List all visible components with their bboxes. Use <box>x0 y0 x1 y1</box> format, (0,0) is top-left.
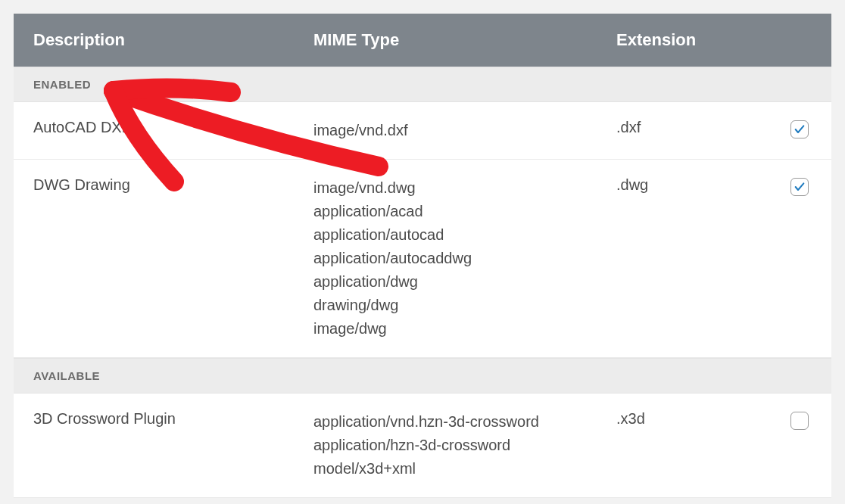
mime-value: image/vnd.dxf <box>313 119 577 142</box>
mime-value: application/autocad <box>313 223 577 247</box>
mime-value: image/vnd.dwg <box>313 176 577 200</box>
enable-checkbox[interactable] <box>790 412 809 430</box>
header-description: Description <box>14 14 294 67</box>
mime-value: application/vnd.hzn-3d-crossword <box>313 410 577 434</box>
mime-value: image/dwg <box>313 317 577 341</box>
mime-value: application/autocaddwg <box>313 247 577 270</box>
mime-value: application/acad <box>313 200 577 223</box>
checkmark-icon <box>794 181 806 193</box>
section-header-available: AVAILABLE <box>14 358 831 394</box>
row-extension: .dxf <box>597 102 756 159</box>
header-mime-type: MIME Type <box>294 14 597 67</box>
row-mime-list: image/vnd.dxf <box>294 102 597 159</box>
mime-value: drawing/dwg <box>313 294 577 317</box>
mime-value: application/dwg <box>313 270 577 294</box>
section-header-enabled: ENABLED <box>14 67 831 102</box>
mime-types-table: Description MIME Type Extension ENABLED … <box>14 14 831 498</box>
table-row: AutoCAD DXF image/vnd.dxf .dxf <box>14 102 831 160</box>
row-mime-list: image/vnd.dwg application/acad applicati… <box>294 160 597 357</box>
enable-checkbox[interactable] <box>790 120 809 138</box>
row-mime-list: application/vnd.hzn-3d-crossword applica… <box>294 394 597 497</box>
header-extension: Extension <box>597 14 756 67</box>
row-description: 3D Crossword Plugin <box>14 394 294 497</box>
mime-value: model/x3d+xml <box>313 457 577 481</box>
mime-value: application/hzn-3d-crossword <box>313 434 577 457</box>
row-description: DWG Drawing <box>14 160 294 357</box>
row-extension: .x3d <box>597 394 756 497</box>
header-checkbox-spacer <box>756 14 831 67</box>
row-extension: .dwg <box>597 160 756 357</box>
enable-checkbox[interactable] <box>790 178 809 196</box>
row-description: AutoCAD DXF <box>14 102 294 159</box>
checkmark-icon <box>794 123 806 135</box>
table-header-row: Description MIME Type Extension <box>14 14 831 67</box>
table-row: DWG Drawing image/vnd.dwg application/ac… <box>14 160 831 358</box>
table-row: 3D Crossword Plugin application/vnd.hzn-… <box>14 394 831 498</box>
